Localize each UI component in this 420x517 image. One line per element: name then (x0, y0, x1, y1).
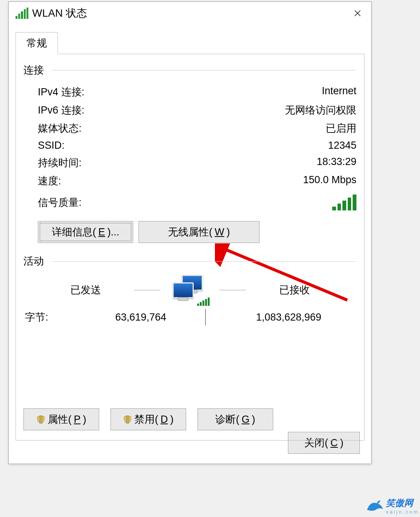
properties-button-key: P (74, 414, 81, 425)
disable-button[interactable]: 禁用(D) (110, 408, 186, 430)
duration-label: 持续时间: (38, 156, 82, 170)
tab-general[interactable]: 常规 (16, 32, 58, 54)
dialog-title: WLAN 状态 (32, 6, 347, 20)
tab-panel: 连接 IPv4 连接: Internet IPv6 连接: 无网络访问权限 媒体… (16, 54, 364, 441)
duration-value: 18:33:29 (317, 156, 356, 170)
details-button-suffix: )... (107, 226, 120, 238)
row-ipv6: IPv6 连接: 无网络访问权限 (23, 101, 356, 119)
watermark-text: 笑傲网 (386, 498, 413, 508)
ipv6-value: 无网络访问权限 (285, 103, 356, 117)
details-button-prefix: 详细信息( (52, 225, 96, 239)
row-ssid: SSID: 12345 (23, 137, 356, 154)
titlebar: WLAN 状态 (9, 2, 371, 25)
activity-section-header: 活动 (23, 254, 356, 268)
properties-button[interactable]: 属性(P) (23, 408, 99, 430)
connection-section-header: 连接 (23, 63, 356, 77)
speed-label: 速度: (38, 174, 61, 188)
details-button[interactable]: 详细信息(E)... (38, 221, 133, 243)
connection-section-label: 连接 (23, 63, 44, 77)
network-computers-icon (171, 275, 209, 305)
connection-buttons: 详细信息(E)... 无线属性(W) (23, 221, 356, 243)
ssid-label: SSID: (38, 140, 65, 151)
mini-signal-icon (197, 297, 210, 306)
watermark-sub: x a i j n . c o m (386, 509, 418, 515)
activity-graphic: 已发送 已接收 (23, 275, 356, 305)
wlan-status-dialog: WLAN 状态 常规 连接 IPv4 连接: Internet IPv6 连接:… (8, 2, 372, 464)
media-value: 已启用 (326, 121, 356, 135)
row-media: 媒体状态: 已启用 (23, 119, 356, 137)
divider-left (134, 290, 160, 290)
wireless-button-prefix: 无线属性( (168, 225, 212, 239)
row-duration: 持续时间: 18:33:29 (23, 154, 356, 172)
watermark: 笑傲网 x a i j n . c o m (366, 497, 418, 515)
ipv6-label: IPv6 连接: (38, 103, 84, 117)
media-label: 媒体状态: (38, 121, 82, 135)
activity-section-label: 活动 (23, 254, 44, 268)
ipv4-value: Internet (322, 85, 356, 99)
shield-icon (123, 415, 132, 424)
properties-button-prefix: 属性( (48, 413, 72, 426)
dolphin-icon (366, 498, 384, 514)
bytes-row: 字节: 63,619,764 1,083,628,969 (23, 309, 356, 325)
wireless-button-suffix: ) (227, 226, 230, 238)
signal-label: 信号质量: (38, 196, 82, 209)
diagnose-button-key: G (241, 414, 249, 425)
disable-button-key: D (160, 414, 168, 425)
bottom-buttons: 属性(P) 禁用(D) 诊断(G) (23, 408, 273, 430)
divider-right (219, 290, 246, 290)
details-button-key: E (98, 226, 105, 238)
disable-button-suffix: ) (170, 414, 174, 425)
bytes-received-value: 1,083,628,969 (221, 311, 356, 323)
row-speed: 速度: 150.0 Mbps (23, 172, 356, 190)
row-signal: 信号质量: (23, 192, 356, 213)
wifi-icon (16, 8, 28, 19)
signal-strength-icon (332, 195, 356, 210)
diagnose-button-prefix: 诊断( (215, 413, 239, 426)
ssid-value: 12345 (328, 140, 356, 151)
properties-button-suffix: ) (83, 414, 86, 425)
sent-label: 已发送 (48, 283, 123, 297)
diagnose-button-suffix: ) (252, 414, 255, 425)
close-icon[interactable] (347, 4, 368, 22)
bytes-label: 字节: (23, 310, 92, 324)
bytes-sent-value: 63,619,764 (92, 311, 190, 323)
wireless-button-key: W (215, 226, 224, 238)
shield-icon (36, 415, 45, 424)
received-label: 已接收 (257, 283, 332, 297)
row-ipv4: IPv4 连接: Internet (23, 83, 356, 101)
bytes-separator (205, 309, 206, 325)
disable-button-prefix: 禁用( (134, 413, 158, 426)
tabs: 常规 (16, 32, 371, 54)
speed-value: 150.0 Mbps (303, 174, 356, 188)
diagnose-button[interactable]: 诊断(G) (198, 408, 273, 430)
wireless-properties-button[interactable]: 无线属性(W) (138, 221, 260, 243)
ipv4-label: IPv4 连接: (38, 85, 84, 99)
